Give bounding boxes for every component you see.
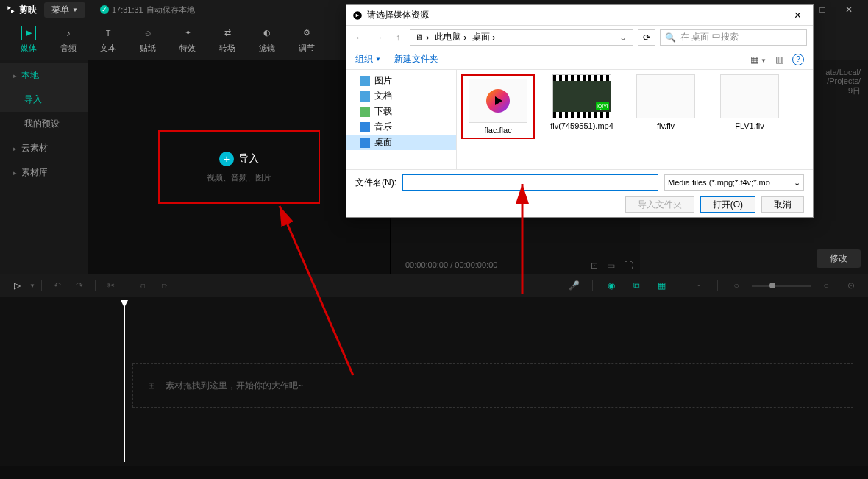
refresh-button[interactable]: ⟳ (638, 29, 655, 46)
redo-button[interactable]: ↷ (70, 277, 89, 294)
forward-button[interactable]: → (371, 32, 386, 43)
dialog-footer: 文件名(N): Media files (*.mpg;*.f4v;*.mo⌄ 导… (346, 169, 813, 217)
tab-4[interactable]: ✦特效 (168, 23, 207, 57)
pc-icon[interactable]: 🖥 › (412, 32, 432, 43)
preview-controls: ⊡ ▭ ⛶ (591, 260, 633, 271)
delete-left-button[interactable]: ⟤ (133, 277, 152, 294)
delete-right-button[interactable]: ⟥ (155, 277, 174, 294)
up-button[interactable]: ↑ (391, 32, 405, 43)
split-button[interactable]: ✂ (102, 277, 121, 294)
file-filter-select[interactable]: Media files (*.mpg;*.f4v;*.mo⌄ (664, 174, 804, 191)
main-track[interactable]: ⊞ 素材拖拽到这里，开始你的大作吧~ (132, 363, 853, 408)
fullscreen-icon[interactable]: ⛶ (624, 260, 633, 271)
import-button[interactable]: + 导入 (219, 152, 259, 166)
organize-menu[interactable]: 组织 ▼ (355, 53, 381, 65)
menu-button[interactable]: 菜单▼ (44, 2, 85, 18)
autosave-status: ✓ 17:31:31 自动保存本地 (100, 4, 195, 15)
zoom-out-button[interactable]: ○ (727, 277, 746, 294)
import-dropzone[interactable]: + 导入 视频、音频、图片 (158, 130, 320, 204)
zoom-fit-button[interactable]: ⊙ (842, 277, 861, 294)
cancel-button[interactable]: 取消 (761, 196, 804, 213)
tab-1[interactable]: ♪音频 (49, 23, 88, 57)
search-icon: 🔍 (665, 32, 676, 43)
zoom-slider[interactable] (752, 285, 811, 287)
check-icon: ✓ (100, 5, 109, 14)
scale-icon[interactable]: ⊡ (591, 260, 598, 271)
file-item-3[interactable]: FLV1.flv (713, 74, 786, 130)
view-options[interactable]: ▦ ▼ (750, 54, 766, 65)
sidebar-item-3[interactable]: ▸云素材 (0, 136, 88, 160)
app-logo: 剪映 (6, 4, 37, 16)
import-folder-button[interactable]: 导入文件夹 (625, 196, 694, 213)
pointer-tool[interactable]: ▷ (7, 277, 26, 294)
filename-label: 文件名(N): (355, 177, 396, 189)
undo-button[interactable]: ↶ (48, 277, 67, 294)
address-dropdown[interactable]: ⌄ (615, 32, 631, 43)
import-panel: + 导入 视频、音频、图片 (88, 60, 390, 274)
timeline-toolbar: ▷ ▼ ↶ ↷ ✂ ⟤ ⟥ 🎤 ◉ ⧉ ▦ ⫞ ○ ○ ⊙ (0, 274, 868, 297)
address-bar[interactable]: 🖥 › 此电脑 › 桌面 › ⌄ (410, 29, 633, 46)
dialog-titlebar: 请选择媒体资源 × (346, 5, 813, 26)
link-button[interactable]: ⧉ (627, 277, 646, 294)
file-item-2[interactable]: flv.flv (629, 74, 702, 130)
breadcrumb-desktop[interactable]: 桌面 › (469, 31, 498, 43)
import-hint: 视频、音频、图片 (207, 172, 271, 183)
nav-item-1[interactable]: 文档 (346, 88, 456, 104)
tab-7[interactable]: ⚙调节 (287, 23, 327, 57)
nav-item-4[interactable]: 桌面 (346, 135, 456, 150)
nav-item-2[interactable]: 下载 (346, 104, 456, 119)
help-button[interactable]: ? (792, 54, 804, 65)
tab-5[interactable]: ⇄转场 (207, 23, 247, 57)
close-button[interactable]: ✕ (836, 0, 862, 19)
tab-0[interactable]: ▶媒体 (9, 23, 49, 57)
sidebar: ▸本地导入我的预设▸云素材▸素材库 (0, 60, 88, 274)
dialog-title: 请选择媒体资源 (367, 9, 429, 21)
filename-input[interactable] (402, 174, 658, 191)
timeline[interactable]: ⊞ 素材拖拽到这里，开始你的大作吧~ (0, 297, 868, 466)
dialog-nav: ← → ↑ 🖥 › 此电脑 › 桌面 › ⌄ ⟳ 🔍 在 桌面 中搜索 (346, 26, 813, 49)
time-display: 00:00:00:00 / 00:00:00:00 (405, 260, 497, 269)
new-folder-button[interactable]: 新建文件夹 (394, 53, 438, 65)
search-input[interactable]: 🔍 在 桌面 中搜索 (660, 29, 807, 46)
sidebar-item-0[interactable]: ▸本地 (0, 63, 88, 88)
preview-pane-button[interactable]: ▥ (775, 54, 783, 65)
file-item-0[interactable]: flac.flac (461, 74, 535, 139)
tab-3[interactable]: ☺贴纸 (128, 23, 168, 57)
nav-item-3[interactable]: 音乐 (346, 119, 456, 135)
zoom-in-button[interactable]: ○ (817, 277, 836, 294)
sidebar-item-1[interactable]: 导入 (0, 88, 88, 112)
tab-6[interactable]: ◐滤镜 (247, 23, 287, 57)
file-item-1[interactable]: iQIYIflv(7459551).mp4 (545, 74, 619, 130)
nav-item-0[interactable]: 图片 (346, 73, 456, 88)
magnet-button[interactable]: ◉ (602, 277, 621, 294)
dialog-close-button[interactable]: × (789, 9, 807, 22)
track-hint: 素材拖拽到这里，开始你的大作吧~ (166, 380, 303, 392)
open-button[interactable]: 打开(O) (700, 196, 755, 213)
mic-button[interactable]: 🎤 (564, 277, 583, 294)
modify-button[interactable]: 修改 (817, 249, 861, 268)
playhead[interactable] (124, 300, 125, 462)
sidebar-item-4[interactable]: ▸素材库 (0, 160, 88, 185)
back-button[interactable]: ← (352, 32, 367, 43)
tab-2[interactable]: T文本 (88, 23, 128, 57)
align-button[interactable]: ⫞ (689, 277, 708, 294)
ratio-icon[interactable]: ▭ (607, 260, 615, 271)
breadcrumb-pc[interactable]: 此电脑 › (432, 31, 469, 43)
dialog-toolbar: 组织 ▼ 新建文件夹 ▦ ▼ ▥ ? (346, 49, 813, 70)
preview-toggle[interactable]: ▦ (652, 277, 671, 294)
add-track-icon[interactable]: ⊞ (148, 380, 155, 391)
file-open-dialog: 请选择媒体资源 × ← → ↑ 🖥 › 此电脑 › 桌面 › ⌄ ⟳ 🔍 在 桌… (346, 4, 814, 218)
app-icon (352, 10, 363, 21)
file-list: flac.flaciQIYIflv(7459551).mp4flv.flvFLV… (457, 70, 813, 169)
sidebar-item-2[interactable]: 我的预设 (0, 112, 88, 136)
dialog-sidebar: 图片文档下载音乐桌面 (346, 70, 457, 169)
plus-icon: + (219, 152, 234, 166)
